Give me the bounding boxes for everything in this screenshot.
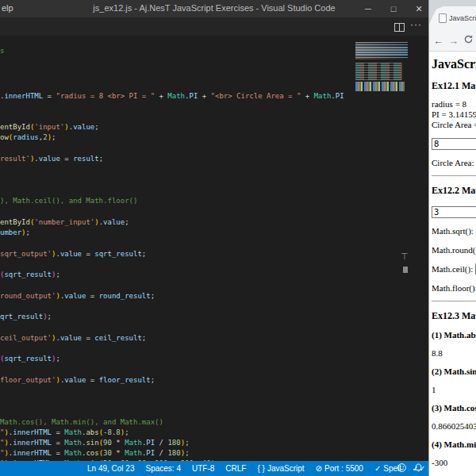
status-label: Ln 49, Col 23 xyxy=(87,464,135,473)
reload-icon[interactable] xyxy=(463,33,474,48)
floor-output-label: Math.floor(): xyxy=(432,283,476,293)
braces-icon: { } xyxy=(257,464,264,473)
code-line: round_output').value = round_result; xyxy=(0,291,155,301)
circle-area-output: Circle Area: xyxy=(432,155,476,168)
maximize-button[interactable]: □ xyxy=(389,4,398,13)
code-line: entById('number_input').value; xyxy=(0,217,129,227)
page-doc-icon xyxy=(439,13,447,23)
status-label: Spaces: 4 xyxy=(146,464,181,473)
abs-label: (1) Math.abs xyxy=(432,330,476,340)
ex12-3-heading: Ex12.3 Math xyxy=(432,310,476,322)
status-label: CRLF xyxy=(225,464,246,473)
menu-help[interactable]: elp xyxy=(2,3,13,13)
abs-value: 8.8 xyxy=(432,348,476,359)
status-language-mode[interactable]: { }JavaScript xyxy=(257,464,304,473)
status-live-server-port[interactable]: ⊘Port : 5500 xyxy=(316,464,363,473)
pi-line: PI = 3.141592 xyxy=(432,109,476,120)
forward-icon[interactable]: → xyxy=(448,36,459,46)
divider-2 xyxy=(432,301,476,301)
page-title: JavaScri xyxy=(432,57,476,71)
code-line: result').value = result; xyxy=(0,154,103,163)
radius-line: radius = 8 xyxy=(432,99,476,109)
code-line: umber); xyxy=(0,228,30,237)
status-eol[interactable]: CRLF xyxy=(225,464,246,473)
notifications-bell-icon[interactable] xyxy=(413,462,424,476)
scrollbar-mark: ⊤ xyxy=(401,251,409,262)
browser-toolbar: ← → xyxy=(429,30,476,52)
code-line: qrt_result); xyxy=(0,312,52,321)
cos-label: (3) Math.cos xyxy=(432,403,476,413)
browser-tab-title: JavaScri xyxy=(449,14,476,22)
ceil-output-label: Math.ceil(): xyxy=(432,264,475,274)
cos-value: 0.8660254037 xyxy=(432,421,476,432)
min-label: (4) Math.min xyxy=(432,440,476,450)
close-button[interactable]: ✕ xyxy=(414,4,424,14)
radius-input xyxy=(432,136,476,149)
split-editor-icon[interactable] xyxy=(394,23,405,32)
code-line: s xyxy=(0,46,4,56)
min-value: -300 xyxy=(432,458,476,468)
scrollbar-mark xyxy=(403,267,408,273)
browser-tabstrip: JavaScri xyxy=(429,0,476,30)
round-output: Math.round(): xyxy=(432,242,476,255)
more-actions-icon[interactable]: ··· xyxy=(410,19,422,30)
check-icon: ✓ xyxy=(374,464,381,473)
code-line: .innerHTML = "radius = 8 <br> PI = " + M… xyxy=(0,91,344,101)
code-line: Math.cos(), Math.min(), and Math.max() xyxy=(0,417,163,427)
number-input-field[interactable] xyxy=(432,206,476,218)
floor-output: Math.floor(): xyxy=(432,280,476,294)
number-input xyxy=(432,204,476,217)
circle-slash-icon: ⊘ xyxy=(316,464,322,473)
vscode-window: elp js_ex12.js - Aj.NesT JavaScript Exer… xyxy=(0,0,428,476)
code-line: floor_output').value = floor_result; xyxy=(0,375,155,385)
browser-page: JavaScri Ex12.1 Mathradius = 8PI = 3.141… xyxy=(429,52,476,476)
browser-window: JavaScri ← → JavaScri Ex12.1 Mathradius … xyxy=(428,0,476,476)
code-line: (sqrt_result); xyxy=(0,270,60,279)
minimap[interactable] xyxy=(355,42,416,91)
vscode-titlebar: elp js_ex12.js - Aj.NesT JavaScript Exer… xyxy=(0,0,428,17)
browser-tab[interactable]: JavaScri xyxy=(437,6,476,30)
sqrt-output-label: Math.sqrt(): xyxy=(432,226,476,236)
editor-tabstrip: ··· xyxy=(0,17,428,36)
code-line: entById('input').value; xyxy=(0,122,99,132)
code-line: (sqrt_result); xyxy=(0,354,60,363)
status-label: UTF-8 xyxy=(192,464,214,473)
divider-1 xyxy=(432,175,476,176)
sin-value: 1 xyxy=(432,385,476,395)
minimize-button[interactable]: ─ xyxy=(363,4,373,13)
status-indentation[interactable]: Spaces: 4 xyxy=(146,464,181,473)
code-line: ), Math.ceil(), and Math.floor() xyxy=(0,196,137,205)
status-label: JavaScript xyxy=(267,464,305,473)
back-icon[interactable]: ← xyxy=(433,36,443,46)
circle-area-line: Circle Area = xyxy=(432,120,476,130)
code-line: ").innerHTML = Math.sin(90 * Math.PI / 1… xyxy=(0,438,190,447)
minimap-chunk xyxy=(355,63,413,80)
sin-label: (2) Math.sin xyxy=(432,367,476,377)
sqrt-output: Math.sqrt(): xyxy=(432,223,476,236)
code-line: ceil_output').value = ceil_result; xyxy=(0,333,146,343)
code-line: ").innerHTML = Math.cos(30 * Math.PI / 1… xyxy=(0,448,190,458)
feedback-icon[interactable] xyxy=(397,462,407,476)
status-cursor-position[interactable]: Ln 49, Col 23 xyxy=(87,464,135,473)
code-line: ").innerHTML = Math.abs(-8.8); xyxy=(0,428,129,437)
code-line: ow(radius,2); xyxy=(0,132,56,142)
minimap-chunk xyxy=(355,82,413,91)
round-output-label: Math.round(): xyxy=(432,245,476,255)
ex12-1-heading: Ex12.1 Math xyxy=(432,80,476,92)
minimap-chunk xyxy=(355,42,413,60)
status-encoding[interactable]: UTF-8 xyxy=(192,464,214,473)
status-bar: Ln 49, Col 23Spaces: 4UTF-8CRLF{ }JavaSc… xyxy=(0,461,428,476)
code-line: sqrt_output').value = sqrt_result; xyxy=(0,249,146,259)
radius-input-field[interactable] xyxy=(432,138,476,150)
code-editor[interactable]: s.innerHTML = "radius = 8 <br> PI = " + … xyxy=(0,36,428,461)
circle-area-output-label: Circle Area: xyxy=(432,158,476,167)
ceil-output: Math.ceil(): xyxy=(432,261,476,274)
window-title: js_ex12.js - Aj.NesT JavaScript Exercise… xyxy=(93,3,335,13)
ex12-2-heading: Ex12.2 Math xyxy=(432,185,476,197)
status-label: Port : 5500 xyxy=(324,464,363,473)
